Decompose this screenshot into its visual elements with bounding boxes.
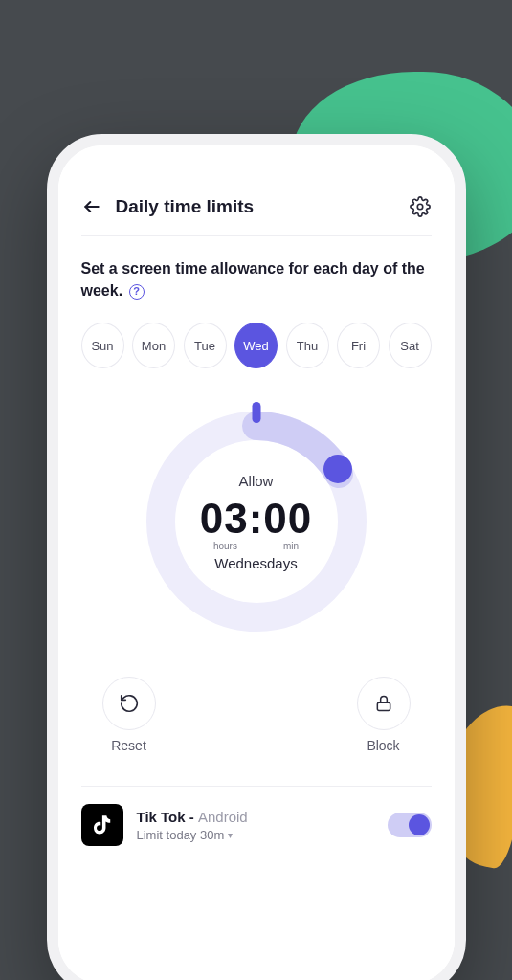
day-wed[interactable]: Wed [234, 323, 278, 368]
selected-day-name: Wednesdays [214, 555, 297, 571]
app-separator: - [186, 809, 198, 825]
chevron-down-icon: ▾ [228, 830, 233, 840]
day-sat[interactable]: Sat [389, 323, 432, 368]
svg-point-1 [417, 204, 423, 210]
tiktok-icon [81, 804, 123, 846]
arrow-left-icon [82, 197, 101, 216]
app-toggle[interactable] [388, 813, 432, 837]
toggle-knob [409, 814, 430, 835]
svg-rect-3 [377, 703, 390, 711]
block-label: Block [367, 738, 399, 753]
app-text: Tik Tok - Android Limit today 30m ▾ [137, 809, 374, 842]
app-row-tiktok[interactable]: Tik Tok - Android Limit today 30m ▾ [81, 804, 432, 846]
app-platform: Android [198, 809, 248, 825]
screen: Daily time limits Set a screen time allo… [58, 145, 455, 980]
settings-button[interactable] [409, 195, 432, 218]
help-button[interactable]: ? [129, 284, 145, 300]
reset-icon [119, 693, 140, 714]
time-value: 03:00 [200, 495, 313, 543]
app-limit-text: Limit today 30m [137, 828, 225, 842]
phone-frame: Daily time limits Set a screen time allo… [47, 134, 466, 980]
time-value-row: 03:00 [200, 495, 313, 543]
allow-label: Allow [239, 473, 274, 489]
reset-button[interactable]: Reset [102, 677, 156, 753]
day-selector: Sun Mon Tue Wed Thu Fri Sat [81, 323, 432, 368]
reset-label: Reset [111, 738, 146, 753]
app-title-line: Tik Tok - Android [137, 809, 374, 826]
dial-center: Allow 03:00 hours min Wednesdays [142, 407, 371, 636]
block-button[interactable]: Block [357, 677, 411, 753]
day-sun[interactable]: Sun [81, 323, 124, 368]
hours-unit: hours [213, 541, 237, 551]
apps-list: Tik Tok - Android Limit today 30m ▾ [81, 786, 432, 846]
day-thu[interactable]: Thu [286, 323, 329, 368]
header: Daily time limits [81, 195, 432, 236]
actions-row: Reset Block [81, 677, 432, 753]
time-dial[interactable]: Allow 03:00 hours min Wednesdays [142, 407, 371, 636]
min-unit: min [283, 541, 299, 551]
gear-icon [410, 196, 431, 217]
app-limit-row[interactable]: Limit today 30m ▾ [137, 828, 374, 842]
lock-icon [374, 694, 393, 713]
day-tue[interactable]: Tue [184, 323, 227, 368]
time-dial-container: Allow 03:00 hours min Wednesdays [81, 407, 432, 636]
description: Set a screen time allowance for each day… [81, 257, 432, 301]
reset-circle [102, 677, 156, 730]
app-name: Tik Tok [137, 809, 186, 825]
page-title: Daily time limits [116, 196, 395, 217]
time-units: hours min [213, 541, 299, 551]
day-fri[interactable]: Fri [337, 323, 380, 368]
day-mon[interactable]: Mon [132, 323, 175, 368]
back-button[interactable] [81, 196, 102, 217]
block-circle [357, 677, 411, 730]
